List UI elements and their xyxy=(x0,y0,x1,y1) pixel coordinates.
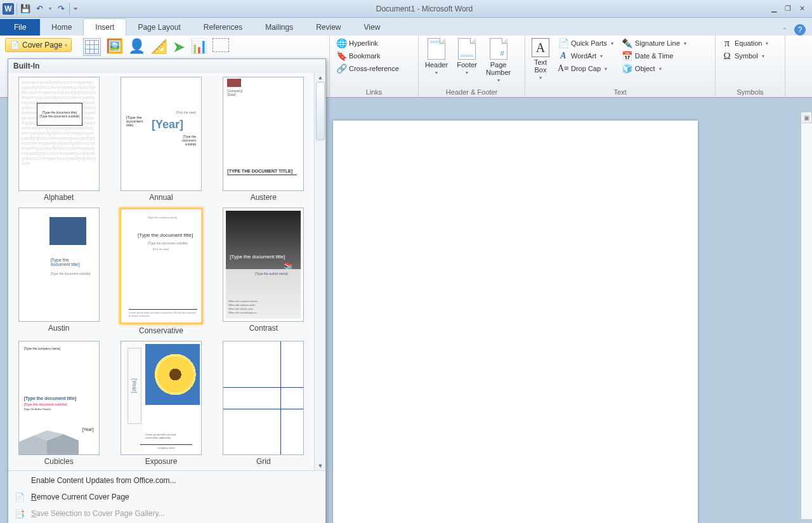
globe-icon: 🌐 xyxy=(336,38,346,48)
gallery-caption: Contrast xyxy=(249,322,278,334)
tab-review[interactable]: Review xyxy=(304,19,352,36)
wordart-button[interactable]: AWordArt▾ xyxy=(556,50,616,62)
undo-dropdown[interactable]: ▾ xyxy=(48,3,53,15)
tab-file[interactable]: File xyxy=(0,19,40,36)
save-gallery-icon: 📑 xyxy=(15,508,25,519)
header-button[interactable]: Header▾ xyxy=(422,37,450,77)
shapes-icon[interactable]: 📐 xyxy=(150,38,167,55)
drop-cap-button[interactable]: A≡Drop Cap▾ xyxy=(556,62,616,75)
tab-view[interactable]: View xyxy=(353,19,392,36)
tab-insert[interactable]: Insert xyxy=(83,18,126,36)
header-icon xyxy=(428,38,445,60)
gallery-caption: Conservative xyxy=(139,324,183,337)
signature-icon: ✒️ xyxy=(622,38,632,48)
page-number-label: Page Number xyxy=(486,61,511,76)
scroll-thumb[interactable] xyxy=(316,82,325,140)
signature-label: Signature Line xyxy=(635,39,680,47)
menu-label: Save Selection to Cover Page Gallery... xyxy=(31,509,165,518)
cross-reference-button[interactable]: 🔗Cross-reference xyxy=(334,62,402,75)
document-page[interactable] xyxy=(333,121,698,523)
equation-button[interactable]: πEquation▾ xyxy=(719,37,771,50)
text-group-label: Text xyxy=(529,87,711,97)
text-box-button[interactable]: AText Box▾ xyxy=(529,37,552,82)
tab-page-layout[interactable]: Page Layout xyxy=(126,19,192,36)
text-box-label: Text Box xyxy=(534,58,547,74)
ruler-toggle[interactable]: ▣ xyxy=(801,112,812,123)
menu-label: Enable Content Updates from Office.com..… xyxy=(31,476,176,485)
screenshot-icon[interactable] xyxy=(213,38,229,52)
cover-page-button[interactable]: 📄 Cover Page ▾ xyxy=(5,38,72,52)
gallery-scrollbar[interactable]: ▲ ▼ xyxy=(314,73,325,470)
vertical-ruler xyxy=(801,123,812,519)
gallery-caption: Grid xyxy=(256,455,271,468)
chart-icon[interactable]: 📊 xyxy=(190,38,207,55)
gallery-item-austere[interactable]: [Company][Date] [TYPE THE DOCUMENT TITLE… xyxy=(217,77,310,204)
header-footer-group-label: Header & Footer xyxy=(422,87,521,97)
ribbon-tabs: File Home Insert Page Layout References … xyxy=(0,18,812,36)
undo-icon[interactable]: ↶ xyxy=(34,3,45,15)
bookmark-icon: 🔖 xyxy=(336,51,346,61)
cross-ref-label: Cross-reference xyxy=(349,65,399,72)
qat-customize-icon[interactable]: ⏷ xyxy=(72,3,79,15)
page-number-button[interactable]: #Page Number▾ xyxy=(483,37,513,84)
save-icon[interactable]: 💾 xyxy=(20,3,31,15)
gallery-item-exposure[interactable]: [Year] Lorem ipsum dolor sit ametconsect… xyxy=(114,341,207,468)
tab-references[interactable]: References xyxy=(192,19,254,36)
page-number-icon: # xyxy=(490,38,508,60)
remove-page-icon: 📄 xyxy=(15,492,25,502)
smartart-icon[interactable]: ➤ xyxy=(173,38,185,56)
table-icon[interactable] xyxy=(83,38,101,56)
menu-label: Remove Current Cover Page xyxy=(31,493,129,501)
gallery-item-conservative[interactable]: [Type the company name] [Type the docume… xyxy=(114,208,207,337)
gallery-caption: Annual xyxy=(149,191,173,204)
title-bar: W 💾 ↶ ▾ ↷ ⏷ Document1 - Microsoft Word ▁… xyxy=(0,0,812,18)
window-title: Document1 - Microsoft Word xyxy=(81,4,768,13)
scroll-down-icon[interactable]: ▼ xyxy=(315,461,326,470)
cover-page-label: Cover Page xyxy=(22,41,62,50)
clip-art-icon[interactable]: 👤 xyxy=(128,38,145,55)
restore-button[interactable]: ❐ xyxy=(782,4,794,14)
gallery-item-alphabet[interactable]: qwertyuiopasdfghjklzxcvbnmqwertyuiopasdf… xyxy=(12,77,105,204)
help-icon[interactable]: ? xyxy=(794,24,806,36)
menu-enable-content-updates[interactable]: Enable Content Updates from Office.com..… xyxy=(8,472,325,489)
minimize-button[interactable]: ▁ xyxy=(768,4,780,14)
gallery-item-austin[interactable]: [Type the document title] [Type the docu… xyxy=(12,208,105,337)
menu-save-to-gallery: 📑Save Selection to Cover Page Gallery... xyxy=(8,505,325,522)
gallery-item-contrast[interactable]: [Type the document title] 📚 [Type the au… xyxy=(217,208,310,337)
close-button[interactable]: ✕ xyxy=(796,4,808,14)
hyperlink-label: Hyperlink xyxy=(349,39,378,47)
redo-icon[interactable]: ↷ xyxy=(55,3,67,15)
bookmark-button[interactable]: 🔖Bookmark xyxy=(334,50,402,62)
gallery-caption: Alphabet xyxy=(44,191,74,204)
picture-icon[interactable]: 🖼️ xyxy=(106,38,123,55)
hyperlink-button[interactable]: 🌐Hyperlink xyxy=(334,37,402,50)
gallery-caption: Austin xyxy=(48,322,69,334)
footer-button[interactable]: Footer▾ xyxy=(454,37,480,77)
gallery-caption: Cubicles xyxy=(44,455,74,468)
quick-parts-button[interactable]: 📄Quick Parts▾ xyxy=(556,37,616,50)
footer-icon xyxy=(458,38,476,60)
date-time-icon: 📅 xyxy=(622,51,632,61)
signature-line-button[interactable]: ✒️Signature Line▾ xyxy=(620,37,689,50)
object-button[interactable]: 🧊Object▾ xyxy=(620,62,689,75)
scroll-up-icon[interactable]: ▲ xyxy=(315,73,326,82)
gallery-item-grid[interactable]: [TYPE THE DOCUMENT TITLE] Grid xyxy=(217,341,310,468)
minimize-ribbon-icon[interactable]: ⌃ xyxy=(779,24,790,36)
cross-ref-icon: 🔗 xyxy=(336,63,346,74)
tab-mailings[interactable]: Mailings xyxy=(254,19,304,36)
footer-label: Footer xyxy=(457,61,477,69)
links-group-label: Links xyxy=(334,87,414,97)
app-word-icon[interactable]: W xyxy=(3,3,14,15)
tab-home[interactable]: Home xyxy=(40,19,83,36)
cover-page-gallery: Built-In qwertyuiopasdfghjklzxcvbnmqwert… xyxy=(8,58,326,523)
menu-remove-cover-page[interactable]: 📄Remove Current Cover Page xyxy=(8,489,325,505)
gallery-item-cubicles[interactable]: [Type the company name] [Type the docume… xyxy=(12,341,105,468)
symbol-button[interactable]: ΩSymbol▾ xyxy=(719,50,771,62)
gallery-item-annual[interactable]: [Pick the date] [Type the document title… xyxy=(114,77,207,204)
omega-icon: Ω xyxy=(722,51,732,61)
page-icon: 📄 xyxy=(10,40,20,50)
gallery-caption: Exposure xyxy=(145,455,178,468)
date-time-label: Date & Time xyxy=(635,52,674,60)
date-time-button[interactable]: 📅Date & Time xyxy=(620,50,689,62)
gallery-caption: Austere xyxy=(251,191,277,204)
